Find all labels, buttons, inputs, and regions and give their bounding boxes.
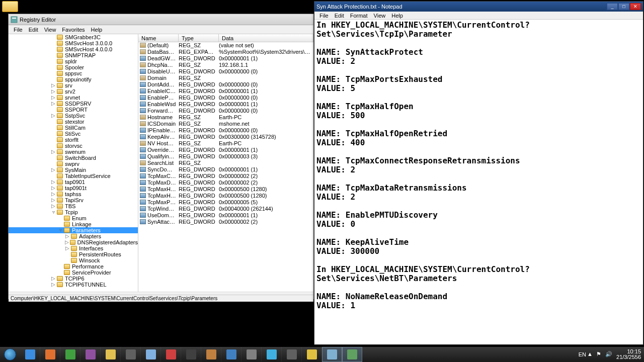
tree-item[interactable]: ▿Parameters: [9, 227, 138, 233]
value-row[interactable]: DataBasePathREG_EXPAND_SZ%SystemRoot%\Sy…: [138, 49, 313, 55]
taskbar-app-cmd[interactable]: [181, 347, 201, 362]
value-row[interactable]: UseDomainNam...REG_DWORD0x00000001 (1): [138, 212, 313, 219]
close-button[interactable]: ✕: [630, 3, 641, 10]
taskbar-app-media[interactable]: [121, 347, 141, 362]
value-row[interactable]: SearchListREG_SZ: [138, 160, 313, 166]
value-row[interactable]: ICSDomainREG_SZmshome.net: [138, 121, 313, 127]
value-row[interactable]: EnableICMPRedi...REG_DWORD0x00000001 (1): [138, 88, 313, 95]
tree-item[interactable]: SMSvcHost 4.0.0.0: [9, 46, 138, 52]
taskbar-app-app4[interactable]: [282, 347, 302, 362]
taskbar-app-red[interactable]: [161, 347, 181, 362]
maximize-button[interactable]: □: [618, 3, 629, 10]
col-type[interactable]: Type: [179, 34, 219, 42]
tray-network-icon[interactable]: ⚑: [596, 351, 603, 358]
taskbar-app-regedit[interactable]: [342, 347, 362, 362]
tree-item[interactable]: ▷DNSRegisteredAdapters: [9, 239, 138, 245]
taskbar-app-steam[interactable]: [242, 347, 262, 362]
minimize-button[interactable]: _: [607, 3, 618, 10]
tree-item[interactable]: Linkage: [9, 221, 138, 227]
value-row[interactable]: NV HostnameREG_SZEarth-PC: [138, 140, 313, 147]
tree-item[interactable]: stexstor: [9, 119, 138, 125]
start-button[interactable]: [0, 347, 20, 362]
tree-item[interactable]: swprv: [9, 161, 138, 167]
tree-item[interactable]: storvsc: [9, 143, 138, 149]
tray-icon[interactable]: ▲: [587, 351, 594, 358]
tree-item[interactable]: ▷SSDPSRV: [9, 101, 138, 107]
tree-item[interactable]: SwitchBoard: [9, 155, 138, 161]
value-row[interactable]: TcpWindowSizeREG_DWORD0x00040000 (262144…: [138, 206, 313, 212]
tree-item[interactable]: ▷srvnet: [9, 95, 138, 101]
tree-item[interactable]: ▷TCPIP6TUNNEL: [9, 282, 138, 288]
taskbar-app-app2[interactable]: [201, 347, 221, 362]
tree-item[interactable]: ServiceProvider: [9, 269, 138, 276]
tree-item[interactable]: ▷SstpSvc: [9, 113, 138, 119]
taskbar-app-calc[interactable]: [141, 347, 161, 362]
regedit-tree[interactable]: SMGrabber3CSMSvcHost 3.0.0.0SMSvcHost 4.…: [9, 34, 138, 292]
value-row[interactable]: DeadGWDetec...REG_DWORD0x00000001 (1): [138, 55, 313, 62]
taskbar-app-explorer[interactable]: [101, 347, 121, 362]
desktop-folder-icon[interactable]: [2, 1, 21, 14]
tree-item[interactable]: Winsock: [9, 257, 138, 263]
tree-item[interactable]: ▿Tcpip: [9, 209, 138, 215]
value-row[interactable]: HostnameREG_SZEarth-PC: [138, 114, 313, 121]
taskbar-app-yellow[interactable]: [302, 347, 322, 362]
value-row[interactable]: SynAttackProtectREG_DWORD0x00000002 (2): [138, 219, 313, 225]
tree-item[interactable]: Spooler: [9, 64, 138, 70]
menu-view[interactable]: View: [41, 27, 59, 33]
tree-item[interactable]: Performance: [9, 263, 138, 269]
tree-item[interactable]: ▷TBS: [9, 203, 138, 209]
tree-item[interactable]: StillCam: [9, 125, 138, 131]
tree-item[interactable]: ▷SysMain: [9, 167, 138, 173]
value-row[interactable]: DontAddDefault...REG_DWORD0x00000000 (0): [138, 81, 313, 88]
tree-item[interactable]: ▷tap0901t: [9, 185, 138, 191]
tree-item[interactable]: ▷srv: [9, 82, 138, 88]
value-row[interactable]: TcpMaxDataRetr...REG_DWORD0x00000002 (2): [138, 179, 313, 186]
tree-item[interactable]: spldr: [9, 58, 138, 64]
np-menu-file[interactable]: File: [316, 13, 332, 19]
value-row[interactable]: EnablePMTUDis...REG_DWORD0x00000000 (0): [138, 95, 313, 101]
regedit-titlebar[interactable]: Registry Editor: [9, 14, 313, 25]
notepad-titlebar[interactable]: Syn Attack Protection.txt - Notepad _ □ …: [314, 2, 643, 12]
col-data[interactable]: Data: [219, 34, 313, 42]
np-menu-view[interactable]: View: [371, 13, 389, 19]
value-row[interactable]: ForwardBroadca...REG_DWORD0x00000000 (0): [138, 108, 313, 114]
np-menu-help[interactable]: Help: [388, 13, 406, 19]
tree-item[interactable]: StiSvc: [9, 131, 138, 137]
notepad-content[interactable]: In HKEY_LOCAL_MACHINE\SYSTEM\CurrentCont…: [314, 20, 643, 344]
menu-file[interactable]: File: [11, 27, 26, 33]
tree-item[interactable]: ▷tap0901: [9, 179, 138, 185]
regedit-values-list[interactable]: Name Type Data (Default)REG_SZ(value not…: [138, 34, 313, 292]
tree-item[interactable]: ▷TCPIP6: [9, 276, 138, 282]
tree-item[interactable]: ▷taphss: [9, 191, 138, 197]
menu-edit[interactable]: Edit: [26, 27, 41, 33]
value-row[interactable]: QualifyingDesti...REG_DWORD0x00000003 (3…: [138, 153, 313, 160]
np-menu-edit[interactable]: Edit: [332, 13, 347, 19]
tray-lang[interactable]: EN: [579, 351, 586, 357]
tree-item[interactable]: SMGrabber3C: [9, 34, 138, 40]
value-row[interactable]: TcpMaxHalfOpe...REG_DWORD0x00000500 (128…: [138, 193, 313, 199]
value-row[interactable]: EnableWsdREG_DWORD0x00000001 (1): [138, 101, 313, 108]
taskbar-app-chrome[interactable]: [60, 347, 80, 362]
value-row[interactable]: IPEnableRouterREG_DWORD0x00000000 (0): [138, 127, 313, 134]
value-row[interactable]: DomainREG_SZ: [138, 75, 313, 81]
value-row[interactable]: TcpMaxHalfOpenREG_DWORD0x00000500 (1280): [138, 186, 313, 193]
value-row[interactable]: DisableUserTOS...REG_DWORD0x00000000 (0): [138, 68, 313, 75]
np-menu-format[interactable]: Format: [347, 13, 371, 19]
value-row[interactable]: TcpMaxConnect...REG_DWORD0x00000002 (2): [138, 173, 313, 179]
tree-item[interactable]: SSPORT: [9, 107, 138, 113]
value-row[interactable]: DhcpNameServerREG_SZ192.168.1.1: [138, 62, 313, 68]
tree-item[interactable]: ▷swenum: [9, 149, 138, 155]
value-row[interactable]: SyncDomainWit...REG_DWORD0x00000001 (1): [138, 166, 313, 173]
value-row[interactable]: (Default)REG_SZ(value not set): [138, 42, 313, 49]
tree-item[interactable]: ▷srv2: [9, 88, 138, 95]
value-row[interactable]: TcpMaxPortsExh...REG_DWORD0x00000005 (5): [138, 199, 313, 206]
taskbar-app-skype[interactable]: [262, 347, 282, 362]
tray-clock[interactable]: 10:15 21/3/2556: [616, 349, 641, 360]
taskbar-app-ie[interactable]: [20, 347, 40, 362]
menu-help[interactable]: Help: [88, 27, 106, 33]
taskbar-app-app3[interactable]: [221, 347, 242, 362]
tray-volume-icon[interactable]: 🔊: [605, 351, 612, 358]
taskbar-app-app1[interactable]: [80, 347, 101, 362]
tree-item[interactable]: TabletInputService: [9, 173, 138, 179]
tree-item[interactable]: sppuinotify: [9, 76, 138, 82]
